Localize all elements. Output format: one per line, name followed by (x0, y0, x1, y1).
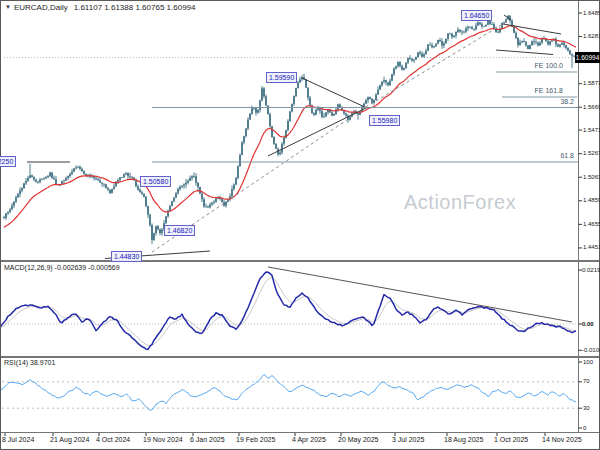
price-axis-label: 1.50630 (583, 174, 600, 181)
price-annotation[interactable]: 1.46820 (164, 225, 195, 236)
date-axis-label: 19 Feb 2025 (236, 436, 275, 443)
macd-indicator-label: MACD(12,26,9) -0.002639 -0.000569 (4, 264, 120, 271)
date-axis-label: 4 Apr 2025 (292, 436, 326, 443)
symbol-title: ▼EURCAD,Daily1.61107 1.61388 1.60765 1.6… (5, 3, 196, 12)
rsi-indicator-label: RSI(14) 38.9701 (4, 359, 55, 366)
macd-axis-label: -0.010692 (582, 347, 600, 354)
date-axis-label: 8 Jul 2024 (2, 436, 34, 443)
rsi-axis-label: 70 (583, 378, 590, 385)
price-axis-label: 1.58730 (583, 80, 600, 87)
ohlc-values: 1.61107 1.61388 1.60765 1.60994 (74, 3, 196, 12)
rsi-axis-label: 100 (583, 359, 593, 366)
price-axis-label: 1.64850 (583, 10, 600, 17)
date-axis-label: 1 Oct 2025 (494, 436, 528, 443)
fib-level-label: FE 100.0 (493, 62, 563, 70)
price-annotation[interactable]: 1.50580 (140, 176, 171, 187)
price-annotation[interactable]: 1.55980 (369, 115, 400, 126)
rsi-axis-label: 30 (583, 405, 590, 412)
trading-chart-window: FE 100.0FE 161.838.261.81.648501.628101.… (0, 0, 600, 450)
price-axis-label: 1.54710 (583, 127, 600, 134)
date-axis-label: 21 Aug 2024 (50, 436, 89, 443)
current-price-tag: 1.60994 (575, 52, 600, 63)
date-axis-label: 4 Oct 2024 (96, 436, 130, 443)
price-annotation[interactable]: 1.52250 (0, 156, 16, 167)
rsi-axis-label: 0 (583, 425, 586, 432)
price-axis-label: 1.56690 (583, 104, 600, 111)
price-axis-label: 1.52670 (583, 150, 600, 157)
date-axis-label: 14 Nov 2025 (542, 436, 582, 443)
date-axis-label: 3 Jul 2025 (392, 436, 424, 443)
fib-level-label: 38.2 (504, 98, 574, 106)
date-axis-label: 19 Nov 2024 (143, 436, 183, 443)
date-axis-label: 20 May 2025 (338, 436, 378, 443)
price-annotation[interactable]: 1.64650 (461, 10, 492, 21)
price-axis-label: 1.44510 (583, 244, 600, 251)
fib-level-label: 61.8 (504, 152, 574, 160)
date-axis-label: 6 Jan 2025 (190, 436, 225, 443)
date-axis-label: 18 Aug 2025 (444, 436, 483, 443)
symbol-name: EURCAD,Daily (14, 3, 68, 12)
macd-axis-label: 0.021976 (582, 267, 600, 274)
price-axis-label: 1.62810 (583, 33, 600, 40)
price-annotation[interactable]: 1.59590 (266, 72, 297, 83)
fib-level-label: FE 161.8 (493, 87, 563, 95)
macd-axis-label: 0.00 (582, 321, 594, 328)
watermark: ActionForex (404, 191, 516, 214)
price-axis-label: 1.48590 (583, 197, 600, 204)
price-annotation[interactable]: 1.44830 (111, 251, 142, 262)
symbol-dropdown-icon[interactable]: ▼ (5, 4, 11, 10)
price-axis-label: 1.46550 (583, 221, 600, 228)
